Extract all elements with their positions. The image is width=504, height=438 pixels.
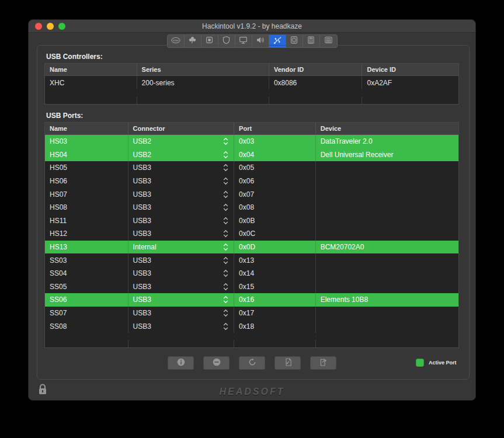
port-row[interactable]: SS04 USB3 0x14 bbox=[45, 267, 458, 280]
zoom-button[interactable] bbox=[58, 23, 65, 30]
stepper-icon[interactable] bbox=[223, 296, 228, 304]
active-port-label: Active Port bbox=[429, 360, 457, 366]
port-address-cell: 0x16 bbox=[234, 293, 316, 307]
port-row[interactable]: HS05 USB3 0x05 bbox=[45, 161, 458, 175]
port-row[interactable]: HS04 USB2 0x04 Dell Universal Receiver bbox=[45, 148, 458, 162]
controller-vendor-cell: 0x8086 bbox=[269, 76, 363, 89]
controller-row[interactable]: XHC 200-series 0x8086 0xA2AF bbox=[45, 76, 458, 89]
port-address-cell: 0x0B bbox=[234, 214, 316, 228]
port-name-cell: HS05 bbox=[45, 161, 128, 175]
connector-popup[interactable]: USB2 bbox=[128, 148, 235, 162]
port-device-cell: DataTraveler 2.0 bbox=[316, 135, 458, 148]
stepper-icon[interactable] bbox=[223, 283, 228, 291]
import-button[interactable] bbox=[274, 356, 301, 370]
stepper-icon[interactable] bbox=[223, 217, 228, 225]
column-header-device[interactable]: Device bbox=[316, 123, 458, 134]
connector-value: USB3 bbox=[133, 203, 151, 211]
port-name-cell: SS03 bbox=[45, 253, 128, 267]
port-address-cell: 0x15 bbox=[234, 280, 316, 294]
column-header-name[interactable]: Name bbox=[45, 123, 128, 134]
column-header-device-id[interactable]: Device ID bbox=[362, 64, 458, 75]
port-row[interactable]: HS11 USB3 0x0B bbox=[45, 214, 458, 228]
connector-value: USB3 bbox=[133, 309, 151, 317]
connector-popup[interactable]: USB3 bbox=[128, 253, 235, 267]
port-row[interactable]: SS05 USB3 0x15 bbox=[45, 280, 458, 294]
port-row[interactable]: HS07 USB3 0x07 bbox=[45, 187, 458, 201]
stepper-icon[interactable] bbox=[223, 137, 228, 145]
stepper-icon[interactable] bbox=[223, 203, 228, 211]
export-button[interactable] bbox=[310, 356, 336, 370]
connector-popup[interactable]: USB3 bbox=[128, 175, 235, 188]
desktop-background: Hackintool v1.9.2 - by headkaze intel bbox=[0, 0, 504, 438]
port-device-cell: BCM20702A0 bbox=[316, 241, 458, 254]
minimize-button[interactable] bbox=[47, 23, 54, 30]
port-device-cell bbox=[316, 280, 458, 294]
port-device-cell bbox=[316, 187, 458, 201]
column-header-connector[interactable]: Connector bbox=[128, 123, 234, 134]
connector-popup[interactable]: USB3 bbox=[128, 319, 235, 333]
connector-popup[interactable]: USB3 bbox=[128, 214, 235, 228]
column-header-series[interactable]: Series bbox=[137, 64, 269, 75]
close-button[interactable] bbox=[35, 23, 42, 30]
port-row[interactable]: HS08 USB3 0x08 bbox=[45, 201, 458, 214]
stepper-icon[interactable] bbox=[223, 309, 228, 317]
port-row[interactable]: SS07 USB3 0x17 bbox=[45, 307, 458, 320]
connector-popup[interactable]: USB3 bbox=[128, 307, 235, 320]
minus-circle-icon bbox=[212, 357, 221, 369]
connector-popup[interactable]: USB3 bbox=[128, 227, 235, 241]
column-header-name[interactable]: Name bbox=[45, 64, 137, 75]
title-bar[interactable]: Hackintool v1.9.2 - by headkaze bbox=[29, 20, 475, 33]
stepper-icon[interactable] bbox=[223, 243, 228, 251]
stepper-icon[interactable] bbox=[223, 230, 228, 238]
connector-popup[interactable]: USB2 bbox=[128, 135, 235, 148]
stepper-icon[interactable] bbox=[223, 256, 228, 265]
port-row[interactable]: HS13 Internal 0x0D BCM20702A0 bbox=[45, 241, 458, 254]
port-address-cell: 0x06 bbox=[234, 175, 316, 188]
port-row[interactable]: SS08 USB3 0x18 bbox=[45, 319, 458, 333]
port-device-cell: Dell Universal Receiver bbox=[316, 148, 458, 162]
port-name-cell: HS03 bbox=[45, 135, 128, 148]
stepper-icon[interactable] bbox=[223, 164, 228, 172]
action-button-row bbox=[29, 356, 475, 370]
connector-popup[interactable]: USB3 bbox=[128, 280, 235, 294]
stepper-icon[interactable] bbox=[223, 269, 228, 277]
port-address-cell: 0x14 bbox=[234, 267, 316, 280]
ports-header-row: Name Connector Port Device bbox=[45, 123, 458, 135]
export-document-icon bbox=[319, 357, 328, 369]
port-row[interactable]: HS12 USB3 0x0C bbox=[45, 227, 458, 241]
port-address-cell: 0x07 bbox=[234, 187, 316, 201]
port-row[interactable]: HS06 USB3 0x06 bbox=[45, 175, 458, 188]
connector-popup[interactable]: USB3 bbox=[128, 201, 235, 214]
port-name-cell: SS08 bbox=[45, 319, 128, 333]
stepper-icon[interactable] bbox=[223, 177, 228, 185]
port-row[interactable]: HS03 USB2 0x03 DataTraveler 2.0 bbox=[45, 135, 458, 148]
usb-ports-table: Name Connector Port Device HS03 USB2 0x0… bbox=[44, 122, 459, 348]
port-name-cell: SS05 bbox=[45, 280, 128, 294]
port-address-cell: 0x17 bbox=[234, 307, 316, 320]
connector-popup[interactable]: Internal bbox=[128, 241, 235, 254]
column-header-vendor-id[interactable]: Vendor ID bbox=[269, 64, 363, 75]
port-row[interactable]: SS03 USB3 0x13 bbox=[45, 253, 458, 267]
info-button[interactable] bbox=[168, 356, 194, 370]
connector-value: USB3 bbox=[133, 256, 151, 265]
connector-popup[interactable]: USB3 bbox=[128, 187, 235, 201]
usb-ports-label: USB Ports: bbox=[46, 112, 83, 120]
port-name-cell: SS07 bbox=[45, 307, 128, 320]
stepper-icon[interactable] bbox=[223, 190, 228, 199]
info-icon bbox=[176, 357, 186, 369]
connector-popup[interactable]: USB3 bbox=[128, 161, 235, 175]
connector-popup[interactable]: USB3 bbox=[128, 293, 235, 307]
refresh-button[interactable] bbox=[239, 356, 265, 370]
hackintool-window: Hackintool v1.9.2 - by headkaze intel bbox=[28, 19, 476, 401]
stepper-icon[interactable] bbox=[223, 322, 228, 331]
connector-value: USB3 bbox=[133, 283, 151, 291]
column-header-port[interactable]: Port bbox=[234, 123, 316, 134]
connector-value: USB3 bbox=[133, 217, 151, 225]
stepper-icon[interactable] bbox=[223, 151, 228, 159]
connector-popup[interactable]: USB3 bbox=[128, 267, 235, 280]
controller-device-cell: 0xA2AF bbox=[362, 76, 458, 89]
port-address-cell: 0x0C bbox=[234, 227, 316, 241]
remove-port-button[interactable] bbox=[203, 356, 230, 370]
port-device-cell bbox=[316, 214, 458, 228]
port-row[interactable]: SS06 USB3 0x16 Elements 10B8 bbox=[45, 293, 458, 307]
